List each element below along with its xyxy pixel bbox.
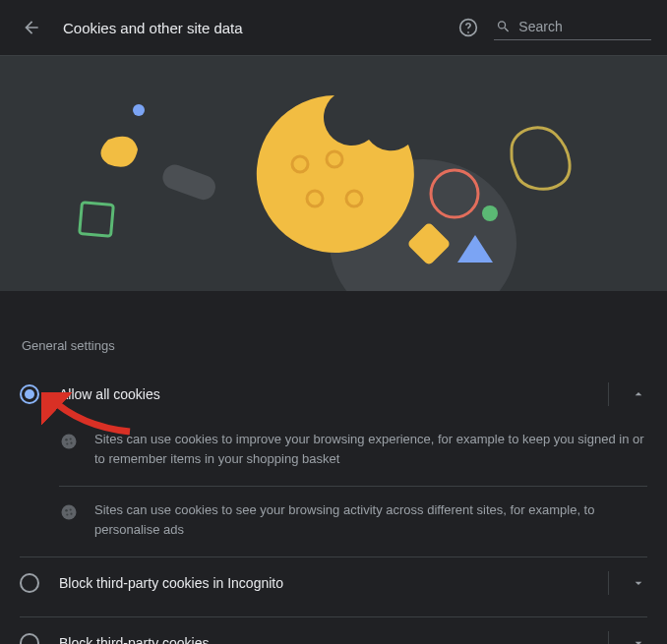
back-button[interactable] xyxy=(16,12,47,43)
option-label: Allow all cookies xyxy=(59,386,608,402)
section-title: General settings xyxy=(22,338,647,353)
option-label: Block third-party cookies xyxy=(59,635,608,644)
svg-point-15 xyxy=(70,442,72,444)
arrow-back-icon xyxy=(22,18,41,37)
search-field[interactable] xyxy=(494,16,651,40)
option-block-third-party-incognito[interactable]: Block third-party cookies in Incognito xyxy=(20,557,647,609)
svg-point-18 xyxy=(70,508,72,510)
detail-text: Sites can use cookies to see your browsi… xyxy=(94,500,647,539)
detail-text: Sites can use cookies to improve your br… xyxy=(94,430,647,468)
svg-rect-9 xyxy=(159,161,218,203)
cookie-icon xyxy=(59,432,79,451)
svg-point-16 xyxy=(62,505,77,520)
help-button[interactable] xyxy=(453,12,484,43)
chevron-down-icon xyxy=(631,635,646,644)
expand-button[interactable] xyxy=(608,571,647,595)
svg-point-6 xyxy=(482,205,498,221)
svg-point-13 xyxy=(70,438,72,439)
svg-point-11 xyxy=(62,435,77,449)
svg-point-14 xyxy=(66,442,68,444)
svg-point-12 xyxy=(65,439,68,441)
option-label: Block third-party cookies in Incognito xyxy=(59,575,608,591)
cookie-icon xyxy=(59,502,79,522)
divider xyxy=(59,486,647,487)
content: General settings Allow all cookies Sites… xyxy=(0,291,667,644)
option-block-third-party[interactable]: Block third-party cookies xyxy=(20,617,647,644)
page-title: Cookies and other site data xyxy=(63,20,453,36)
svg-rect-10 xyxy=(80,203,114,237)
radio-block-third[interactable] xyxy=(20,633,39,644)
svg-point-8 xyxy=(133,104,145,116)
header: Cookies and other site data xyxy=(0,0,667,55)
chevron-up-icon xyxy=(631,386,646,402)
illustration-banner xyxy=(0,55,667,291)
search-icon xyxy=(496,18,511,35)
radio-block-incognito[interactable] xyxy=(20,573,39,593)
svg-point-19 xyxy=(66,513,68,515)
option-allow-all-cookies[interactable]: Allow all cookies xyxy=(20,369,647,420)
expand-button[interactable] xyxy=(608,631,647,644)
chevron-down-icon xyxy=(631,575,646,591)
svg-point-17 xyxy=(65,509,68,512)
search-input[interactable] xyxy=(518,19,649,34)
help-icon xyxy=(458,18,478,37)
radio-allow-all[interactable] xyxy=(20,384,39,404)
svg-point-20 xyxy=(70,513,72,515)
detail-row-2: Sites can use cookies to see your browsi… xyxy=(20,491,647,549)
detail-row-1: Sites can use cookies to improve your br… xyxy=(20,420,647,478)
collapse-button[interactable] xyxy=(608,382,647,406)
